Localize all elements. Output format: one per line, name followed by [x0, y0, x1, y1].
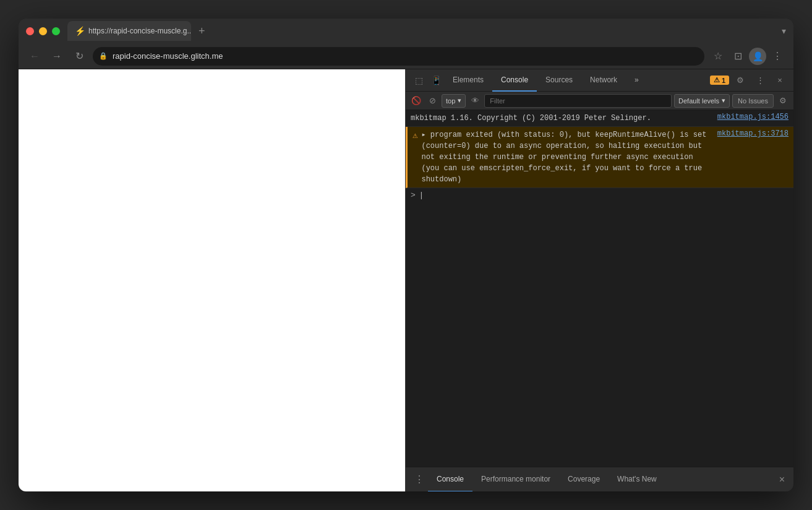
console-message-2-text: ▸ program exited (with status: 0), but k…	[421, 129, 713, 185]
tab-menu-button[interactable]: ▾	[782, 26, 786, 36]
eye-icon[interactable]: 👁	[468, 94, 482, 108]
console-message-1-link[interactable]: mkbitmap.js:1456	[717, 113, 788, 121]
devtools-settings-icon[interactable]: ⚙	[732, 72, 749, 89]
filter-console-icon[interactable]: ⊘	[425, 94, 439, 108]
page-area	[19, 69, 405, 491]
console-warning-icon: ⚠	[412, 130, 417, 140]
devtools-close-icon[interactable]: ×	[771, 72, 788, 89]
console-cursor[interactable]: |	[419, 191, 424, 200]
tab-favicon: ⚡	[75, 26, 85, 36]
console-toolbar: 🚫 ⊘ top ▾ 👁 Default levels ▾ No Issues ⚙	[406, 92, 793, 110]
context-chevron: ▾	[458, 97, 461, 105]
active-tab[interactable]: ⚡ https://rapid-concise-muscle.g... ×	[67, 21, 191, 41]
close-window-button[interactable]	[26, 27, 34, 35]
devtools-header: ⬚ 📱 Elements Console Sources Network	[406, 69, 793, 92]
maximize-window-button[interactable]	[52, 27, 60, 35]
warning-count: 1	[722, 77, 725, 84]
console-prompt: >	[411, 191, 416, 200]
address-bar: ← → ↻ 🔒 ☆ ⊡ 👤 ⋮	[19, 43, 793, 69]
context-selector[interactable]: top ▾	[442, 94, 466, 108]
filter-input[interactable]	[484, 94, 672, 108]
maximize-icon[interactable]: ⊡	[729, 48, 746, 65]
browser-window: ⚡ https://rapid-concise-muscle.g... × + …	[19, 19, 793, 491]
drawer-tab-performance-monitor[interactable]: Performance monitor	[472, 467, 559, 492]
console-message-2: ⚠ ▸ program exited (with status: 0), but…	[406, 127, 793, 188]
tab-sources[interactable]: Sources	[537, 69, 581, 92]
tab-more[interactable]: »	[626, 69, 647, 92]
log-level-label: Default levels	[678, 97, 719, 105]
console-message-1-text: mkbitmap 1.16. Copyright (C) 2001-2019 P…	[411, 113, 714, 124]
lock-icon: 🔒	[99, 52, 108, 60]
warning-badge[interactable]: ⚠ 1	[710, 76, 729, 85]
drawer-tab-console[interactable]: Console	[428, 467, 472, 492]
profile-button[interactable]: 👤	[749, 48, 766, 65]
forward-button[interactable]: →	[48, 48, 66, 65]
devtools-panel: ⬚ 📱 Elements Console Sources Network	[405, 69, 793, 491]
bottom-drawer: ⋮ Console Performance monitor Coverage W…	[406, 467, 793, 491]
console-output: mkbitmap 1.16. Copyright (C) 2001-2019 P…	[406, 110, 793, 467]
tab-elements[interactable]: Elements	[444, 69, 492, 92]
console-message-1: mkbitmap 1.16. Copyright (C) 2001-2019 P…	[406, 110, 793, 127]
context-label: top	[446, 97, 455, 105]
main-content: ⬚ 📱 Elements Console Sources Network	[19, 69, 793, 491]
devtools-more-icon[interactable]: ⋮	[751, 72, 769, 89]
traffic-lights	[26, 27, 60, 35]
inspect-element-icon[interactable]: ⬚	[411, 72, 427, 89]
tab-network[interactable]: Network	[581, 69, 626, 92]
tab-label: https://rapid-concise-muscle.g...	[88, 27, 191, 35]
tab-console[interactable]: Console	[492, 69, 537, 92]
drawer-tab-coverage[interactable]: Coverage	[559, 467, 609, 492]
console-input-line: > |	[406, 188, 793, 202]
reload-button[interactable]: ↻	[71, 48, 88, 65]
minimize-window-button[interactable]	[39, 27, 47, 35]
clear-console-icon[interactable]: 🚫	[409, 94, 423, 108]
menu-button[interactable]: ⋮	[769, 48, 786, 65]
profile-icon: 👤	[753, 51, 763, 61]
pointer-icons: ⬚ 📱	[411, 72, 444, 89]
console-settings-icon[interactable]: ⚙	[776, 94, 790, 108]
address-wrapper: 🔒	[93, 47, 704, 66]
drawer-menu-icon[interactable]: ⋮	[411, 471, 428, 488]
address-input[interactable]	[93, 47, 704, 66]
new-tab-button[interactable]: +	[194, 25, 210, 38]
devtools-tabs: Elements Console Sources Network »	[444, 69, 710, 92]
bookmark-icon[interactable]: ☆	[709, 48, 727, 65]
console-message-2-link[interactable]: mkbitmap.js:3718	[717, 129, 788, 138]
device-toolbar-icon[interactable]: 📱	[428, 72, 444, 89]
back-button[interactable]: ←	[26, 48, 43, 65]
no-issues-badge: No Issues	[732, 94, 774, 108]
drawer-tab-whats-new[interactable]: What's New	[609, 467, 665, 492]
devtools-header-icons: ⚠ 1 ⚙ ⋮ ×	[710, 72, 788, 89]
log-level-chevron: ▾	[722, 97, 725, 105]
log-level-selector[interactable]: Default levels ▾	[674, 94, 730, 108]
title-bar: ⚡ https://rapid-concise-muscle.g... × + …	[19, 19, 793, 43]
drawer-close-button[interactable]: ×	[776, 472, 788, 488]
toolbar-icons: ☆ ⊡ 👤 ⋮	[709, 48, 786, 65]
tab-bar: ⚡ https://rapid-concise-muscle.g... × + …	[67, 21, 786, 41]
warning-icon: ⚠	[714, 76, 720, 84]
